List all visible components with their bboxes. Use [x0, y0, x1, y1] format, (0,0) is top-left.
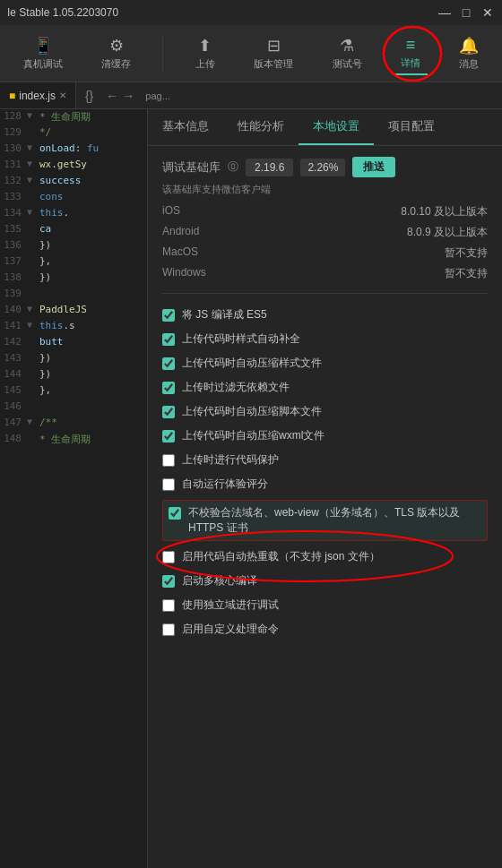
checkbox-auto-eval: 自动运行体验评分	[162, 472, 488, 496]
checkbox-filter-deps-input[interactable]	[162, 382, 175, 394]
toolbar-detail[interactable]: ≡ 详情	[394, 32, 428, 75]
checkbox-custom-handler-input[interactable]	[162, 623, 175, 636]
code-line-140: 140 ▼ PaddleJS	[0, 303, 147, 319]
debug-lib-push-btn[interactable]: 推送	[352, 157, 395, 177]
platform-windows: Windows 暂不支持	[162, 263, 488, 284]
code-line-137: 137 },	[0, 254, 147, 271]
settings-panel: 基本信息 性能分析 本地设置 项目配置 调试基础库 ⓪ 2.19.6	[148, 109, 502, 868]
top-toolbar: 📱 真机调试 ⚙ 清缓存 ⬆ 上传 ⊟ 版本管理 ⚗ 测试号 ≡ 详情 🔔 消息	[0, 25, 502, 82]
js-file-icon: ■	[9, 90, 15, 102]
test-icon: ⚗	[340, 36, 354, 56]
code-line-139: 139	[0, 287, 147, 303]
checkbox-auto-style-label: 上传代码时样式自动补全	[182, 331, 300, 347]
checkbox-auto-style: 上传代码时样式自动补全	[162, 327, 488, 351]
checkbox-no-check-domain: 不校验合法域名、web-view（业务域名）、TLS 版本以及 HTTPS 证书	[162, 500, 488, 541]
debug-lib-help-icon[interactable]: ⓪	[228, 159, 238, 175]
checkbox-code-protect-input[interactable]	[162, 454, 175, 467]
checkbox-no-check-domain-label: 不校验合法域名、web-view（业务域名）、TLS 版本以及 HTTPS 证书	[188, 505, 481, 536]
code-line-143: 143 })	[0, 351, 147, 367]
close-btn[interactable]: ✕	[480, 5, 495, 20]
toolbar-simulator[interactable]: 📱 真机调试	[16, 32, 70, 74]
maximize-btn[interactable]: □	[459, 5, 473, 20]
tab-label-index-js: index.js	[19, 90, 56, 102]
checkbox-auto-style-input[interactable]	[162, 333, 175, 346]
code-line-133: 133 cons	[0, 190, 147, 206]
checkbox-no-check-domain-input[interactable]	[169, 507, 181, 520]
code-line-144: 144 })	[0, 367, 147, 383]
checkbox-multi-core-label: 启动多核心编译	[182, 573, 257, 589]
version-label: 版本管理	[254, 57, 293, 71]
settings-tabs: 基本信息 性能分析 本地设置 项目配置	[148, 109, 502, 146]
checkbox-compress-style: 上传代码时自动压缩样式文件	[162, 351, 488, 375]
message-label: 消息	[459, 57, 479, 71]
code-line-141: 141 ▼ this.s	[0, 319, 147, 335]
tab-basic-info[interactable]: 基本信息	[148, 109, 223, 145]
divider-1	[162, 293, 488, 294]
checkbox-hot-reload: 启用代码自动热重载（不支持 json 文件）	[162, 545, 488, 569]
platform-list: iOS 8.0.10 及以上版本 Android 8.0.9 及以上版本 Mac…	[162, 202, 488, 284]
detail-icon: ≡	[406, 36, 416, 55]
code-line-135: 135 ca	[0, 222, 147, 238]
message-icon: 🔔	[459, 36, 479, 56]
simulator-label: 真机调试	[23, 57, 63, 71]
checkbox-compress-wxml-label: 上传代码时自动压缩wxml文件	[182, 428, 325, 443]
checkbox-filter-deps: 上传时过滤无依赖文件	[162, 375, 488, 400]
code-line-132: 132 ▼ success	[0, 174, 147, 190]
code-line-134: 134 ▼ this.	[0, 206, 147, 222]
version-icon: ⊟	[267, 36, 281, 56]
tab-project-config[interactable]: 项目配置	[374, 109, 449, 145]
tab-local-settings[interactable]: 本地设置	[299, 109, 374, 145]
upload-icon: ⬆	[198, 36, 212, 56]
checkbox-es5: 将 JS 编译成 ES5	[162, 303, 488, 327]
toolbar-version[interactable]: ⊟ 版本管理	[247, 32, 300, 74]
checkbox-compress-style-input[interactable]	[162, 357, 175, 370]
debug-lib-row: 调试基础库 ⓪ 2.19.6 2.26% 推送	[162, 157, 488, 177]
tab-close-btn[interactable]: ✕	[59, 90, 66, 100]
platform-macos: MacOS 暂不支持	[162, 243, 488, 263]
checkbox-es5-input[interactable]	[162, 309, 175, 322]
checkbox-compress-wxml-input[interactable]	[162, 430, 175, 443]
code-line-142: 142 butt	[0, 335, 147, 351]
code-line-128: 128 ▼ * 生命周期	[0, 109, 147, 125]
toolbar-clear[interactable]: ⚙ 清缓存	[94, 32, 138, 74]
checkbox-hot-reload-input[interactable]	[162, 551, 175, 563]
toolbar-test[interactable]: ⚗ 测试号	[325, 32, 369, 74]
checkbox-multi-core: 启动多核心编译	[162, 569, 488, 593]
title-bar: Ie Stable 1.05.2203070 — □ ✕	[0, 0, 502, 25]
checkbox-multi-core-input[interactable]	[162, 575, 175, 588]
checkbox-isolated: 使用独立域进行调试	[162, 593, 488, 617]
debug-lib-version[interactable]: 2.19.6	[246, 159, 293, 176]
code-line-130: 130 ▼ onLoad: fu	[0, 142, 147, 158]
toolbar-message[interactable]: 🔔 消息	[452, 32, 486, 74]
checkbox-isolated-input[interactable]	[162, 599, 175, 612]
nav-forward-icon[interactable]: →	[122, 89, 134, 103]
window-controls: — □ ✕	[437, 5, 495, 20]
tab-index-js[interactable]: ■ index.js ✕	[0, 82, 76, 108]
nav-back-icon[interactable]: ←	[106, 89, 118, 103]
checkbox-auto-eval-input[interactable]	[162, 478, 175, 491]
upload-label: 上传	[195, 57, 215, 71]
checkbox-custom-handler-label: 启用自定义处理命令	[182, 622, 279, 637]
tab-curly[interactable]: {}	[76, 89, 102, 103]
checkbox-compress-script-input[interactable]	[162, 406, 175, 418]
checkbox-compress-script-label: 上传代码时自动压缩脚本文件	[182, 404, 322, 419]
platform-android: Android 8.0.9 及以上版本	[162, 222, 488, 243]
settings-content: 调试基础库 ⓪ 2.19.6 2.26% 推送 该基础库支持微信客户端 iOS …	[148, 146, 502, 652]
checkbox-compress-wxml: 上传代码时自动压缩wxml文件	[162, 424, 488, 448]
platform-ios: iOS 8.0.10 及以上版本	[162, 202, 488, 222]
clear-label: 清缓存	[101, 57, 131, 71]
checkbox-auto-eval-label: 自动运行体验评分	[182, 477, 268, 492]
debug-lib-desc: 该基础库支持微信客户端	[162, 183, 488, 196]
test-label: 测试号	[333, 57, 362, 71]
code-line-147: 147 ▼ /**	[0, 416, 147, 432]
checkbox-hot-reload-label: 启用代码自动热重载（不支持 json 文件）	[182, 549, 380, 564]
code-line-145: 145 },	[0, 383, 147, 400]
checkbox-filter-deps-label: 上传时过滤无依赖文件	[182, 380, 290, 395]
minimize-btn[interactable]: —	[437, 5, 452, 20]
code-line-148: 148 * 生命周期	[0, 432, 147, 448]
checkbox-custom-handler: 启用自定义处理命令	[162, 617, 488, 641]
tab-perf-analysis[interactable]: 性能分析	[223, 109, 299, 145]
toolbar-upload[interactable]: ⬆ 上传	[188, 32, 222, 74]
checkbox-code-protect: 上传时进行代码保护	[162, 448, 488, 472]
checkbox-isolated-label: 使用独立域进行调试	[182, 597, 279, 613]
